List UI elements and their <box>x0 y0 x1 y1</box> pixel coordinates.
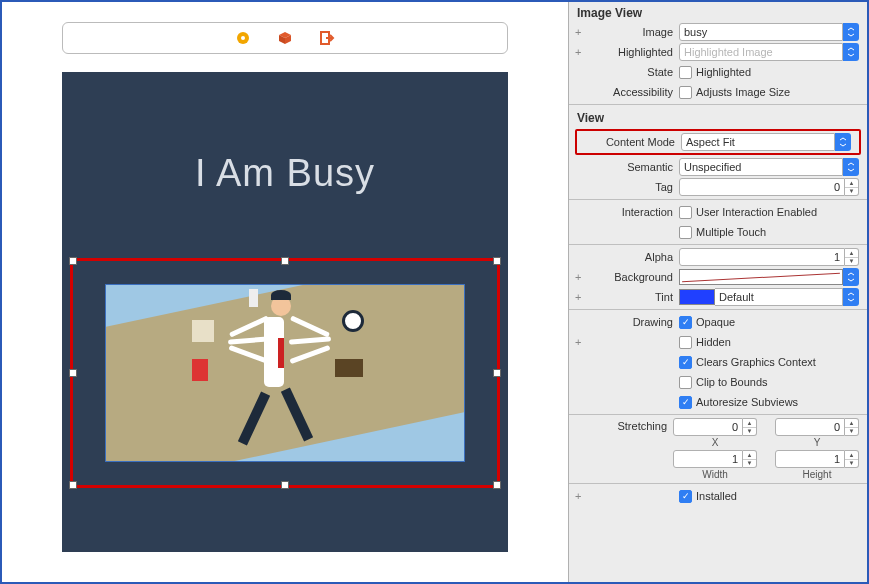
row-interaction: Interaction User Interaction Enabled <box>569 202 867 222</box>
installed-text: Installed <box>696 490 737 502</box>
row-accessibility: Accessibility Adjusts Image Size <box>569 82 867 102</box>
stretch-y-label: Y <box>814 437 821 448</box>
row-content-mode: Content Mode Aspect Fit <box>577 132 859 152</box>
content-mode-highlight: Content Mode Aspect Fit <box>575 129 861 155</box>
stretch-h-stepper[interactable]: ▲▼ <box>845 450 859 468</box>
canvas-pane: I Am Busy <box>2 2 568 582</box>
row-state: State Highlighted <box>569 62 867 82</box>
semantic-select[interactable]: Unspecified <box>679 158 843 176</box>
section-image-view: Image View <box>569 2 867 22</box>
tint-dropdown[interactable] <box>843 288 859 306</box>
add-icon[interactable]: + <box>575 336 581 348</box>
clip-checkbox[interactable] <box>679 376 692 389</box>
section-view: View <box>569 107 867 127</box>
row-image: + Image busy <box>569 22 867 42</box>
label-drawing: Drawing <box>589 316 679 328</box>
row-installed: + ✓Installed <box>569 486 867 506</box>
multitouch-text: Multiple Touch <box>696 226 766 238</box>
stretch-w-field[interactable]: 1 <box>673 450 743 468</box>
content-mode-select[interactable]: Aspect Fit <box>681 133 835 151</box>
object-library-bar <box>62 22 508 54</box>
stretch-w-stepper[interactable]: ▲▼ <box>743 450 757 468</box>
stretch-y-stepper[interactable]: ▲▼ <box>845 418 859 436</box>
stretch-x-label: X <box>712 437 719 448</box>
uie-checkbox[interactable] <box>679 206 692 219</box>
selection-highlight <box>70 258 500 488</box>
stretch-h-field[interactable]: 1 <box>775 450 845 468</box>
accessibility-checkbox[interactable] <box>679 86 692 99</box>
opaque-checkbox[interactable]: ✓ <box>679 316 692 329</box>
row-background: + Background <box>569 267 867 287</box>
label-tint: Tint <box>589 291 679 303</box>
tint-swatch[interactable] <box>679 289 715 305</box>
highlighted-dropdown[interactable] <box>843 43 859 61</box>
label-state: State <box>589 66 679 78</box>
label-accessibility: Accessibility <box>589 86 679 98</box>
hidden-text: Hidden <box>696 336 731 348</box>
highlighted-field[interactable]: Highlighted Image <box>679 43 843 61</box>
svg-point-1 <box>241 36 245 40</box>
attributes-inspector: Image View + Image busy + Highlighted Hi… <box>568 2 867 582</box>
label-alpha: Alpha <box>589 251 679 263</box>
row-stretching: Stretching 0▲▼ X 0▲▼ Y <box>569 417 867 449</box>
clears-text: Clears Graphics Context <box>696 356 816 368</box>
clip-text: Clip to Bounds <box>696 376 768 388</box>
label-content-mode: Content Mode <box>591 136 681 148</box>
stretch-y-field[interactable]: 0 <box>775 418 845 436</box>
row-tint: + Tint Default <box>569 287 867 307</box>
background-swatch[interactable] <box>679 269 843 285</box>
add-icon[interactable]: + <box>575 291 581 303</box>
screen-title-label: I Am Busy <box>62 152 508 195</box>
autoresize-text: Autoresize Subviews <box>696 396 798 408</box>
state-highlighted-text: Highlighted <box>696 66 751 78</box>
label-tag: Tag <box>589 181 679 193</box>
label-background: Background <box>589 271 679 283</box>
stretch-h-label: Height <box>803 469 832 480</box>
installed-checkbox[interactable]: ✓ <box>679 490 692 503</box>
label-image: Image <box>589 26 679 38</box>
stretch-x-field[interactable]: 0 <box>673 418 743 436</box>
label-interaction: Interaction <box>589 206 679 218</box>
alpha-stepper[interactable]: ▲▼ <box>845 248 859 266</box>
row-semantic: Semantic Unspecified <box>569 157 867 177</box>
label-highlighted: Highlighted <box>589 46 679 58</box>
label-semantic: Semantic <box>589 161 679 173</box>
device-canvas[interactable]: I Am Busy <box>62 72 508 552</box>
coin-icon[interactable] <box>235 30 251 46</box>
cube-icon[interactable] <box>277 30 293 46</box>
hidden-checkbox[interactable] <box>679 336 692 349</box>
exit-icon[interactable] <box>319 30 335 46</box>
tag-stepper[interactable]: ▲▼ <box>845 178 859 196</box>
accessibility-text: Adjusts Image Size <box>696 86 790 98</box>
row-alpha: Alpha 1 ▲▼ <box>569 247 867 267</box>
image-dropdown[interactable] <box>843 23 859 41</box>
label-stretching: Stretching <box>589 418 673 432</box>
stretch-w-label: Width <box>702 469 728 480</box>
background-dropdown[interactable] <box>843 268 859 286</box>
add-icon[interactable]: + <box>575 490 581 502</box>
add-icon[interactable]: + <box>575 46 581 58</box>
row-tag: Tag 0 ▲▼ <box>569 177 867 197</box>
clears-checkbox[interactable]: ✓ <box>679 356 692 369</box>
autoresize-checkbox[interactable]: ✓ <box>679 396 692 409</box>
row-drawing: Drawing ✓Opaque <box>569 312 867 332</box>
state-highlighted-checkbox[interactable] <box>679 66 692 79</box>
image-field[interactable]: busy <box>679 23 843 41</box>
semantic-dropdown[interactable] <box>843 158 859 176</box>
content-mode-dropdown[interactable] <box>835 133 851 151</box>
tag-field[interactable]: 0 <box>679 178 845 196</box>
add-icon[interactable]: + <box>575 26 581 38</box>
add-icon[interactable]: + <box>575 271 581 283</box>
multitouch-checkbox[interactable] <box>679 226 692 239</box>
opaque-text: Opaque <box>696 316 735 328</box>
tint-select[interactable]: Default <box>715 288 843 306</box>
row-highlighted: + Highlighted Highlighted Image <box>569 42 867 62</box>
stretch-x-stepper[interactable]: ▲▼ <box>743 418 757 436</box>
alpha-field[interactable]: 1 <box>679 248 845 266</box>
uie-text: User Interaction Enabled <box>696 206 817 218</box>
